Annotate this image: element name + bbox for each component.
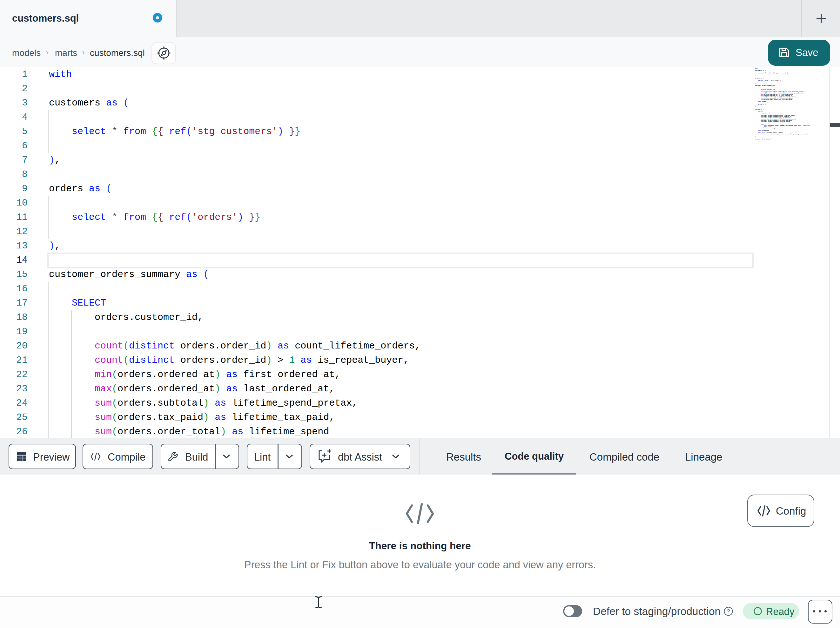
svg-text:?: ? [726, 608, 730, 615]
